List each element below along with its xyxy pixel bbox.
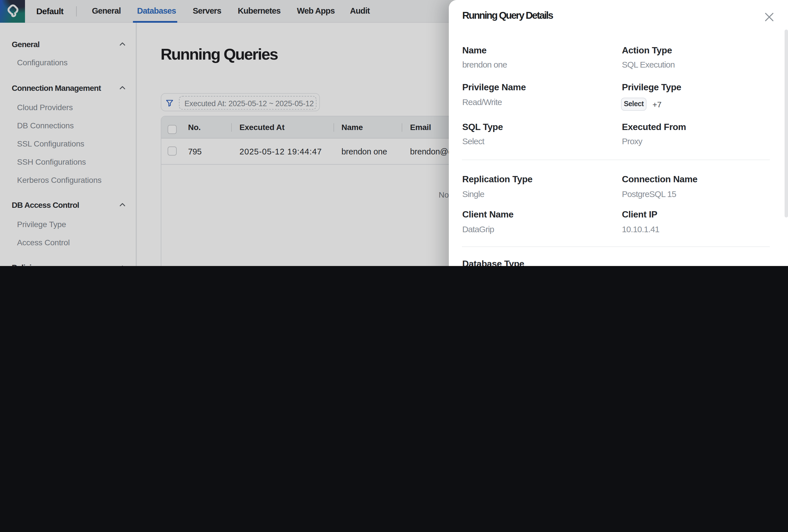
field-label-executed-from: Executed From bbox=[622, 123, 686, 132]
section-divider bbox=[462, 159, 770, 160]
field-value-client-name: DataGrip bbox=[462, 225, 494, 233]
field-value-action-type: SQL Execution bbox=[622, 60, 675, 69]
drawer-scrollbar-thumb[interactable] bbox=[785, 29, 788, 218]
field-label-replication-type: Replication Type bbox=[462, 175, 532, 184]
field-value-client-ip: 10.10.1.41 bbox=[622, 225, 659, 233]
drawer-title: Running Query Details bbox=[462, 10, 553, 22]
field-label-database-type: Database Type bbox=[462, 260, 524, 266]
screenshot-stage: Default General Databases Servers Kubern… bbox=[0, 0, 788, 266]
running-query-details-drawer: Running Query Details Name brendon one A… bbox=[449, 0, 788, 266]
close-x-icon bbox=[765, 12, 774, 21]
field-label-connection-name: Connection Name bbox=[622, 175, 697, 184]
field-label-privilege-name: Privilege Name bbox=[462, 83, 526, 92]
close-icon[interactable] bbox=[765, 12, 774, 21]
field-label-action-type: Action Type bbox=[622, 46, 672, 55]
section-divider bbox=[462, 246, 770, 247]
privilege-type-extra-count: +7 bbox=[652, 100, 662, 109]
field-label-name: Name bbox=[462, 46, 487, 55]
field-label-client-ip: Client IP bbox=[622, 210, 657, 219]
privilege-type-tag: Select bbox=[621, 97, 647, 110]
field-value-executed-from: Proxy bbox=[622, 137, 642, 146]
field-value-name: brendon one bbox=[462, 60, 507, 69]
field-label-client-name: Client Name bbox=[462, 210, 514, 219]
app-window: Default General Databases Servers Kubern… bbox=[0, 0, 788, 266]
field-value-sql-type: Select bbox=[462, 137, 484, 146]
field-value-connection-name: PostgreSQL 15 bbox=[622, 190, 676, 199]
field-label-sql-type: SQL Type bbox=[462, 123, 503, 132]
field-value-replication-type: Single bbox=[462, 190, 484, 199]
field-value-privilege-name: Read/Write bbox=[462, 97, 502, 106]
field-label-privilege-type: Privilege Type bbox=[622, 83, 681, 92]
